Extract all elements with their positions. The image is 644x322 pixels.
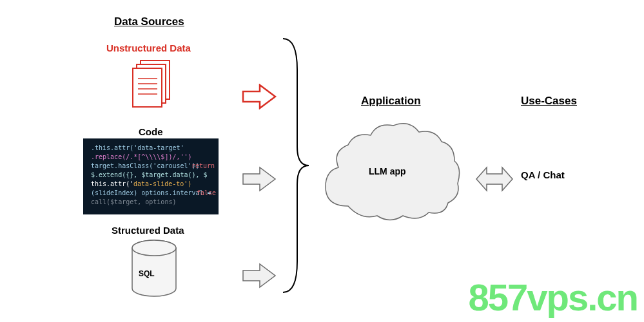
structured-data-label: Structured Data	[112, 225, 184, 236]
arrow-unstructured-icon	[242, 84, 278, 112]
svg-text:(slideIndex) options.interval : (slideIndex) options.interval =	[91, 189, 211, 196]
documents-icon	[129, 58, 174, 115]
data-sources-header: Data Sources	[114, 15, 184, 28]
svg-text:.replace(/.*[^\\\\$])/,''): .replace(/.*[^\\\\$])/,'')	[91, 153, 192, 160]
svg-point-19	[132, 240, 176, 256]
svg-rect-2	[133, 68, 162, 107]
llm-app-label: LLM app	[369, 166, 406, 176]
qa-chat-label: QA / Chat	[521, 169, 565, 180]
svg-text:data-slide-to'): data-slide-to')	[133, 180, 191, 187]
svg-text:return: return	[191, 162, 215, 169]
svg-text:this.attr(': this.attr('	[91, 180, 133, 187]
code-screenshot-icon: .this.attr('data-target' .replace(/.*[^\…	[83, 138, 219, 214]
svg-text:false: false	[197, 189, 216, 196]
brace-icon	[279, 37, 311, 296]
use-cases-header: Use-Cases	[521, 95, 577, 108]
code-label: Code	[139, 126, 163, 137]
svg-text:.this.attr('data-target': .this.attr('data-target'	[91, 144, 184, 151]
watermark: 857vps.cn	[468, 276, 638, 319]
unstructured-data-label: Unstructured Data	[106, 43, 191, 53]
svg-text:target.hasClass('carousel')): target.hasClass('carousel'))	[91, 162, 200, 169]
svg-text:call($target, options): call($target, options)	[91, 198, 176, 205]
arrow-structured-icon	[242, 263, 278, 291]
svg-text:$.extend({}, $target.data(), $: $.extend({}, $target.data(), $	[91, 171, 208, 178]
arrow-code-icon	[242, 166, 278, 194]
sql-label: SQL	[139, 269, 155, 278]
application-header: Application	[361, 95, 421, 108]
double-arrow-icon	[474, 165, 515, 196]
